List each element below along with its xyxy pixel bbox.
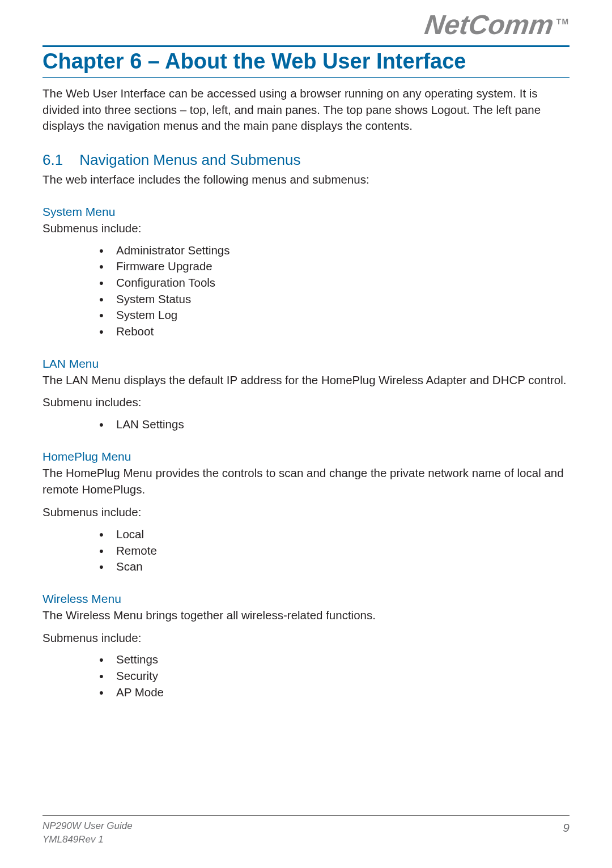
- chapter-title: Chapter 6 – About the Web User Interface: [42, 49, 570, 74]
- footer-separator: [42, 815, 570, 816]
- footer: NP290W User Guide YML849Rev 1 9: [42, 815, 570, 846]
- menu-desc-homeplug: The HomePlug Menu provides the controls …: [42, 465, 570, 498]
- header: NetCommTM: [42, 11, 570, 42]
- list-item: Firmware Upgrade: [99, 258, 570, 275]
- page-number: 9: [563, 819, 570, 836]
- list-item: LAN Settings: [99, 416, 570, 433]
- list-item: Remote: [99, 543, 570, 559]
- header-separator: [42, 45, 570, 47]
- menu-list-system: Administrator Settings Firmware Upgrade …: [42, 242, 570, 340]
- menu-desc-wireless: The Wireless Menu brings together all wi…: [42, 607, 570, 624]
- list-item: Configuration Tools: [99, 275, 570, 291]
- section-heading: 6.1 Navigation Menus and Submenus: [42, 151, 570, 169]
- list-item: Reboot: [99, 324, 570, 340]
- footer-row: NP290W User Guide YML849Rev 1 9: [42, 819, 570, 846]
- menu-list-wireless: Settings Security AP Mode: [42, 652, 570, 700]
- section-intro: The web interface includes the following…: [42, 171, 570, 188]
- menu-lead-homeplug: Submenus include:: [42, 504, 570, 521]
- section-title: Navigation Menus and Submenus: [79, 151, 300, 168]
- menu-lead-wireless: Submenus include:: [42, 629, 570, 646]
- menu-heading-system: System Menu: [42, 205, 570, 219]
- menu-heading-homeplug: HomePlug Menu: [42, 450, 570, 463]
- menu-lead-system: Submenus include:: [42, 220, 570, 237]
- menu-heading-lan: LAN Menu: [42, 357, 570, 371]
- title-separator: [42, 77, 570, 78]
- list-item: AP Mode: [99, 684, 570, 701]
- document-page: NetCommTM Chapter 6 – About the Web User…: [0, 0, 612, 868]
- footer-doc-title: NP290W User Guide: [42, 819, 133, 833]
- footer-left: NP290W User Guide YML849Rev 1: [42, 819, 133, 846]
- footer-doc-rev: YML849Rev 1: [42, 833, 133, 846]
- list-item: Local: [99, 526, 570, 543]
- list-item: System Log: [99, 307, 570, 324]
- menu-list-homeplug: Local Remote Scan: [42, 526, 570, 575]
- menu-lead-lan: Submenu includes:: [42, 394, 570, 411]
- chapter-intro: The Web User Interface can be accessed u…: [42, 86, 570, 134]
- brand-name: NetComm: [423, 10, 555, 40]
- menu-desc-lan: The LAN Menu displays the default IP add…: [42, 372, 570, 389]
- menu-list-lan: LAN Settings: [42, 416, 570, 433]
- section-number: 6.1: [42, 151, 75, 169]
- list-item: Scan: [99, 559, 570, 575]
- trademark-symbol: TM: [556, 18, 569, 25]
- list-item: Security: [99, 668, 570, 684]
- list-item: Settings: [99, 652, 570, 668]
- brand-logo: NetCommTM: [423, 11, 572, 39]
- list-item: Administrator Settings: [99, 242, 570, 259]
- list-item: System Status: [99, 291, 570, 308]
- menu-heading-wireless: Wireless Menu: [42, 592, 570, 606]
